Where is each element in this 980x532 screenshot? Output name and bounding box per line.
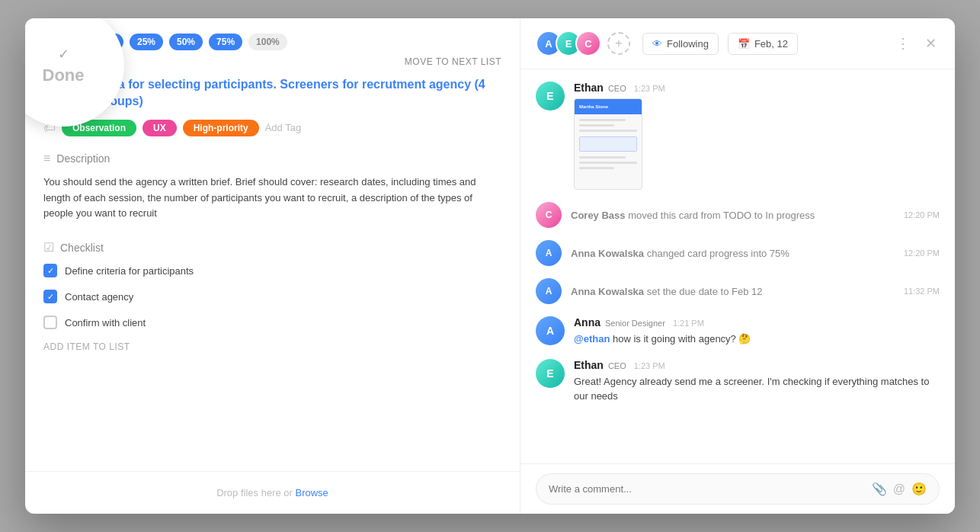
checkbox-1[interactable]: ✓: [43, 264, 57, 277]
chat-role: CEO: [608, 84, 626, 93]
done-check-icon: ✓: [58, 46, 69, 62]
activity-time: 12:20 PM: [904, 210, 940, 220]
attachment-icon[interactable]: 📎: [872, 482, 887, 496]
date-label: Feb, 12: [754, 38, 788, 50]
right-panel: A E C + 👁 Following 📅 Feb, 12 ⋮ ✕: [520, 18, 955, 514]
chat-meta: Ethan CEO 1:23 PM: [574, 82, 940, 94]
chat-meta: Ethan CEO 1:23 PM: [574, 359, 940, 371]
chat-name: Ethan: [574, 359, 604, 371]
chat-avatar-ethan-2: E: [536, 359, 565, 388]
add-tag-button[interactable]: Add Tag: [265, 122, 301, 133]
browse-button[interactable]: Browse: [295, 487, 328, 498]
member-avatars: A E C +: [536, 30, 630, 56]
chat-text: @ethan how is it going with agency? 🤔: [574, 332, 940, 347]
mention: @ethan: [574, 333, 610, 345]
add-member-button[interactable]: +: [607, 32, 630, 55]
tag-high-priority[interactable]: High-priority: [183, 120, 259, 136]
chat-time: 1:23 PM: [634, 361, 665, 370]
activity-line: A Anna Kowalska changed card progress in…: [536, 240, 940, 266]
doc-header: Martha Stone: [575, 99, 642, 114]
right-header: A E C + 👁 Following 📅 Feb, 12 ⋮ ✕: [520, 18, 955, 69]
activity-text: Corey Bass moved this card from TODO to …: [571, 210, 895, 221]
chat-content: Ethan CEO 1:23 PM Great! Agency already …: [574, 359, 940, 404]
move-next-button[interactable]: MOVE TO NEXT LIST: [405, 56, 501, 67]
chat-text: Great! Agency already send me a screener…: [574, 374, 940, 404]
activity-line: A Anna Kowalska set the due date to Feb …: [536, 278, 940, 304]
checkbox-2[interactable]: ✓: [43, 290, 57, 303]
tag-ux[interactable]: UX: [143, 120, 177, 136]
comment-input-box: 📎 @ 🙂: [536, 473, 940, 505]
close-button[interactable]: ✕: [922, 32, 940, 55]
avatar-3: C: [575, 30, 601, 56]
header-actions: ⋮ ✕: [893, 32, 940, 55]
checklist-icon: ☑: [43, 240, 54, 255]
description-header: ≡ Description: [25, 146, 520, 168]
mention-icon[interactable]: @: [893, 482, 905, 496]
chat-time: 1:23 PM: [634, 84, 665, 93]
chat-name: Ethan: [574, 82, 604, 94]
chat-name: Anna: [574, 316, 600, 328]
drop-zone-text: Drop files here or: [216, 487, 295, 498]
progress-75[interactable]: 75%: [209, 34, 242, 50]
chat-avatar-anna: A: [536, 316, 565, 345]
description-icon: ≡: [43, 152, 50, 165]
chat-role: Senior Designer: [605, 319, 665, 328]
emoji-icon[interactable]: 🙂: [911, 482, 927, 496]
activity-avatar-anna-2: A: [536, 278, 562, 304]
chat-meta: Anna Senior Designer 1:21 PM: [574, 316, 940, 328]
drop-zone: Drop files here or Browse: [25, 471, 520, 514]
checkbox-3[interactable]: [43, 316, 57, 329]
chat-area: E Ethan CEO 1:23 PM Martha Stone: [520, 69, 955, 463]
comment-area: 📎 @ 🙂: [520, 463, 955, 514]
checklist-item: ✓ Contact agency: [43, 284, 501, 309]
chat-content: Anna Senior Designer 1:21 PM @ethan how …: [574, 316, 940, 347]
checklist-section: ✓ Define criteria for participants × ✓ C…: [25, 258, 520, 364]
activity-avatar-anna-1: A: [536, 240, 562, 266]
description-title: Description: [56, 152, 110, 165]
chat-avatar-ethan: E: [536, 82, 565, 111]
document-thumbnail: Martha Stone: [574, 98, 642, 190]
checklist-label-2: Contact agency: [65, 291, 501, 303]
checklist-label-3: Confirm with client: [65, 317, 487, 328]
checklist-title: Checklist: [60, 242, 104, 254]
add-checklist-item-button[interactable]: ADD ITEM TO LIST: [43, 335, 501, 364]
activity-avatar-corey: C: [536, 202, 562, 228]
chat-time: 1:21 PM: [673, 319, 704, 328]
description-text: You should send the agency a written bri…: [25, 168, 520, 234]
done-label: Done: [43, 66, 85, 85]
card-modal: ✓ Done Progress: 0% 25% 50% 75% 100% ☰ I…: [25, 18, 955, 514]
tags-section: 🏷 Observation UX High-priority Add Tag: [25, 120, 520, 146]
date-button[interactable]: 📅 Feb, 12: [728, 33, 798, 55]
activity-time: 11:32 PM: [904, 287, 940, 296]
progress-25[interactable]: 25%: [130, 34, 163, 50]
chat-message: E Ethan CEO 1:23 PM Martha Stone: [536, 82, 940, 190]
eye-icon: 👁: [652, 38, 662, 50]
checklist-header: ☑ Checklist: [25, 234, 520, 258]
activity-text: Anna Kowalska changed card progress into…: [571, 248, 895, 259]
checklist-label-1: Define criteria for participants: [65, 265, 487, 277]
following-button[interactable]: 👁 Following: [642, 33, 719, 55]
calendar-icon: 📅: [738, 38, 750, 50]
activity-text: Anna Kowalska set the due date to Feb 12: [571, 286, 895, 297]
following-label: Following: [667, 38, 709, 50]
activity-time: 12:20 PM: [904, 248, 940, 258]
checklist-item: Confirm with client ×: [43, 309, 501, 335]
progress-50[interactable]: 50%: [169, 34, 203, 50]
modal-overlay: ✓ Done Progress: 0% 25% 50% 75% 100% ☰ I…: [0, 0, 980, 532]
more-options-button[interactable]: ⋮: [893, 32, 913, 55]
progress-100[interactable]: 100%: [248, 34, 287, 50]
chat-content: Ethan CEO 1:23 PM Martha Stone: [574, 82, 940, 190]
activity-line: C Corey Bass moved this card from TODO t…: [536, 202, 940, 228]
chat-role: CEO: [608, 361, 626, 370]
chat-message: A Anna Senior Designer 1:21 PM @ethan ho…: [536, 316, 940, 347]
checklist-item: ✓ Define criteria for participants ×: [43, 258, 501, 284]
chat-message: E Ethan CEO 1:23 PM Great! Agency alread…: [536, 359, 940, 404]
comment-input[interactable]: [549, 483, 866, 495]
